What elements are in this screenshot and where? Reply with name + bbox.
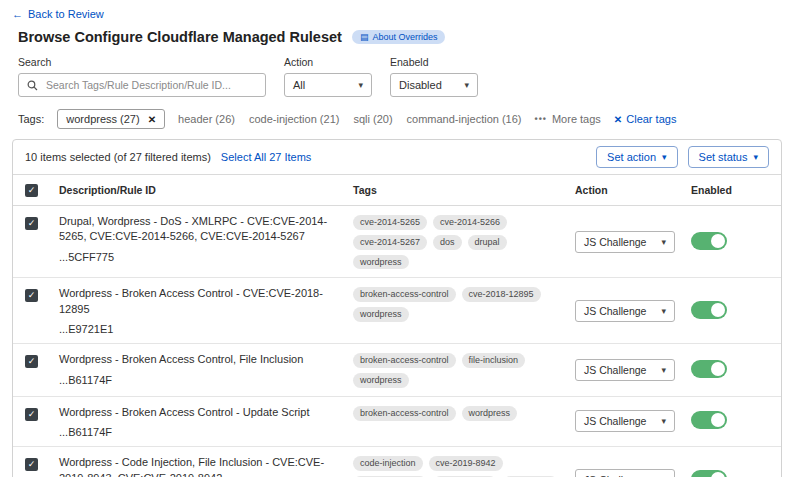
selection-bar: 10 items selected (of 27 filtered items)… [13,140,781,175]
tag-chip: wordpress [353,255,409,270]
row-checkbox[interactable]: ✓ [25,408,38,421]
back-link-label: Back to Review [28,8,104,20]
set-status-label: Set status [699,151,748,163]
action-filter-value: All [293,79,305,91]
row-checkbox[interactable]: ✓ [25,217,38,230]
enabled-filter-value: Disabled [399,79,442,91]
back-to-review-link[interactable]: ← Back to Review [12,8,104,20]
row-checkbox[interactable]: ✓ [25,355,38,368]
row-checkbox[interactable]: ✓ [25,289,38,302]
set-action-button[interactable]: Set action ▾ [596,146,677,168]
table-body: ✓ Drupal, Wordpress - DoS - XMLRPC - CVE… [13,206,781,477]
action-filter-label: Action [284,56,372,68]
column-action: Action [575,184,691,196]
selection-summary: 10 items selected (of 27 filtered items) [25,151,211,163]
tag-chip: broken-access-control [353,287,456,302]
more-tags-label: More tags [552,113,601,125]
table-header-row: ✓ Description/Rule ID Tags Action Enable… [13,175,781,206]
select-all-checkbox[interactable]: ✓ [25,184,38,197]
rule-action-select[interactable]: JS Challenge ▾ [575,410,675,432]
tag-chip: cve-2014-5266 [433,215,507,230]
rule-enabled-toggle[interactable] [691,470,727,477]
column-description: Description/Rule ID [59,184,353,196]
rule-enabled-toggle[interactable] [691,301,727,319]
rule-action-select[interactable]: JS Challenge ▾ [575,231,675,253]
table-row: ✓ Drupal, Wordpress - DoS - XMLRPC - CVE… [13,206,781,278]
chevron-down-icon: ▾ [661,237,666,247]
clear-tags-label: Clear tags [626,113,676,125]
select-all-link[interactable]: Select All 27 Items [221,151,312,163]
tag-chip: wordpress [462,406,518,421]
tag-chip: file-inclusion [462,353,526,368]
tag-chip: wordpress [353,307,409,322]
page: ← Back to Review Browse Configure Cloudf… [0,0,794,477]
action-filter-select[interactable]: All ▾ [284,73,372,97]
clear-tags-icon: ✕ [614,114,622,125]
rule-action-value: JS Challenge [584,415,646,427]
rule-enabled-toggle[interactable] [691,232,727,250]
title-row: Browse Configure Cloudflare Managed Rule… [18,29,782,45]
tag-filter-item[interactable]: sqli (20) [353,113,392,125]
tag-filter-item[interactable]: header (26) [178,113,235,125]
rule-tags: cve-2014-5265cve-2014-5266cve-2014-5267d… [353,214,575,269]
search-input[interactable] [44,78,257,92]
tag-chip: cve-2018-12895 [462,287,541,302]
tag-filter-list: header (26)code-injection (21)sqli (20)c… [178,113,521,125]
toggle-knob [711,413,725,427]
chevron-down-icon: ▾ [661,365,666,375]
row-checkbox[interactable]: ✓ [25,458,38,471]
toggle-knob [711,362,725,376]
chevron-down-icon: ▾ [661,306,666,316]
rules-table: 10 items selected (of 27 filtered items)… [12,139,782,477]
tags-bar: Tags: wordpress (27) ✕ header (26)code-i… [18,109,782,129]
rule-action-value: JS Challenge [584,236,646,248]
rule-tags: code-injectioncve-2019-8942cve-2019-8943… [353,455,575,477]
rule-description: Wordpress - Code Injection, File Inclusi… [59,455,335,477]
rule-id: ...5CFF775 [59,251,335,263]
action-filter: Action All ▾ [284,56,372,97]
rule-action-value: JS Challenge [584,305,646,317]
rule-action-select[interactable]: JS Challenge ▾ [575,300,675,322]
search-filter: Search [18,56,266,97]
rule-description: Drupal, Wordpress - DoS - XMLRPC - CVE:C… [59,214,335,245]
rule-id: ...B61174F [59,374,335,386]
table-row: ✓ Wordpress - Broken Access Control - Up… [13,397,781,447]
page-title: Browse Configure Cloudflare Managed Rule… [18,29,342,45]
rule-enabled-toggle[interactable] [691,360,727,378]
rule-action-select[interactable]: JS Challenge ▾ [575,359,675,381]
more-tags-button[interactable]: ••• More tags [534,113,600,125]
selected-tag-label: wordpress (27) [66,113,139,125]
set-status-button[interactable]: Set status ▾ [688,146,769,168]
more-tags-icon: ••• [534,114,546,124]
tag-filter-item[interactable]: command-injection (16) [407,113,522,125]
badge-label: About Overrides [372,32,437,42]
chevron-down-icon: ▾ [464,80,469,90]
document-icon: ▤ [360,33,369,42]
rule-description: Wordpress - Broken Access Control, File … [59,352,335,367]
back-arrow-icon: ← [12,8,23,20]
tag-chip: code-injection [353,456,423,471]
rule-tags: broken-access-controlfile-inclusionwordp… [353,352,575,388]
column-enabled: Enabled [691,184,769,196]
tag-filter-item[interactable]: code-injection (21) [249,113,340,125]
chevron-down-icon: ▾ [661,416,666,426]
table-row: ✓ Wordpress - Code Injection, File Inclu… [13,447,781,477]
selected-tag-chip[interactable]: wordpress (27) ✕ [57,109,165,129]
remove-tag-icon[interactable]: ✕ [148,114,156,125]
tags-label: Tags: [18,113,44,125]
search-box[interactable] [18,73,266,97]
rule-action-select[interactable]: JS Challenge ▾ [575,469,675,477]
rule-enabled-toggle[interactable] [691,411,727,429]
tag-chip: dos [433,235,462,250]
rule-action-value: JS Challenge [584,364,646,376]
search-label: Search [18,56,266,68]
about-overrides-badge[interactable]: ▤ About Overrides [352,30,446,44]
rule-tags: broken-access-controlwordpress [353,405,575,421]
toggle-knob [711,234,725,248]
rule-tags: broken-access-controlcve-2018-12895wordp… [353,286,575,322]
enabled-filter-select[interactable]: Disabled ▾ [390,73,478,97]
tag-chip: cve-2014-5265 [353,215,427,230]
clear-tags-button[interactable]: ✕ Clear tags [614,113,677,125]
rule-id: ...E9721E1 [59,323,335,335]
table-row: ✓ Wordpress - Broken Access Control, Fil… [13,344,781,397]
